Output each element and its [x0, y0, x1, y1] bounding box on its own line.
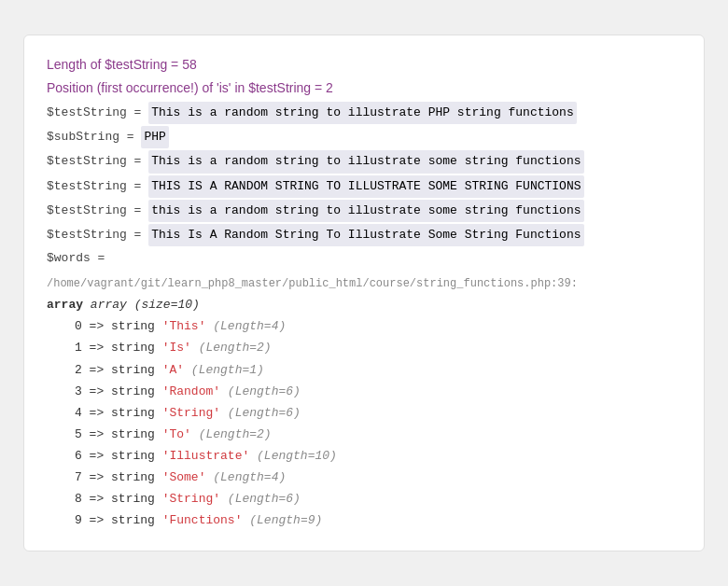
array-value: 'A': [162, 363, 184, 377]
array-type: string: [111, 363, 162, 377]
length-line: Length of $testString = 58: [47, 54, 681, 77]
array-length: (Length=2): [191, 341, 272, 355]
array-length: (Length=1): [184, 363, 264, 377]
array-arrow: =>: [82, 449, 111, 463]
array-value: 'String': [162, 492, 220, 506]
array-item: 9 => string 'Functions' (Length=9): [47, 510, 681, 531]
array-items-container: 0 => string 'This' (Length=4)1 => string…: [47, 316, 681, 531]
array-type: string: [111, 341, 162, 355]
var-label-1: $testString =: [47, 103, 148, 123]
array-type: string: [111, 406, 162, 420]
array-length: (Length=4): [205, 470, 286, 484]
array-type: string: [111, 449, 162, 463]
array-length: (Length=6): [220, 492, 301, 506]
array-arrow: =>: [82, 513, 111, 527]
array-arrow: =>: [82, 427, 111, 441]
array-index: 6: [75, 449, 82, 463]
array-type: string: [111, 492, 162, 506]
teststring-value-5: This Is A Random String To Illustrate So…: [148, 224, 583, 246]
teststring-line2: $testString = This is a random string to…: [47, 150, 681, 173]
array-value: 'This': [162, 319, 206, 333]
array-value: 'Functions': [162, 513, 243, 527]
array-length: (Length=2): [191, 427, 272, 441]
array-item: 1 => string 'Is' (Length=2): [47, 338, 681, 358]
array-item: 6 => string 'Illustrate' (Length=10): [47, 446, 681, 467]
array-type: string: [111, 427, 162, 441]
array-type: string: [111, 470, 162, 484]
array-size: array (size=10): [91, 298, 200, 312]
array-keyword: array: [47, 298, 83, 312]
array-type: string: [111, 513, 162, 527]
var-label-3: $testString =: [47, 176, 148, 197]
array-index: 7: [75, 470, 82, 484]
array-header: array array (size=10): [47, 295, 681, 315]
array-index: 5: [75, 427, 82, 441]
teststring-value-3: THIS IS A RANDOM STRING TO ILLUSTRATE SO…: [148, 175, 583, 198]
var-label-2: $testString =: [47, 151, 148, 172]
substring-value: PHP: [141, 126, 168, 148]
var-label-5: $testString =: [47, 225, 148, 245]
array-type: string: [111, 384, 162, 398]
array-length: (Length=9): [242, 513, 322, 527]
array-index: 9: [75, 513, 82, 527]
var-label-4: $testString =: [47, 201, 148, 221]
array-arrow: =>: [82, 384, 111, 398]
array-item: 8 => string 'String' (Length=6): [47, 489, 681, 509]
teststring-value-4: this is a random string to illustrate so…: [148, 200, 583, 222]
filepath: /home/vagrant/git/learn_php8_master/publ…: [47, 274, 681, 293]
array-value: 'Illustrate': [162, 449, 250, 463]
array-arrow: =>: [82, 406, 111, 420]
array-type: string: [111, 319, 162, 333]
position-text: Position (first occurrence!) of 'is' in …: [47, 77, 333, 100]
array-index: 4: [75, 406, 82, 420]
array-item: 2 => string 'A' (Length=1): [47, 360, 681, 381]
array-value: 'Some': [162, 470, 206, 484]
teststring-line1: $testString = This is a random string to…: [47, 102, 681, 124]
array-item: 5 => string 'To' (Length=2): [47, 425, 681, 445]
array-arrow: =>: [82, 341, 111, 355]
array-arrow: =>: [82, 470, 111, 484]
array-length: (Length=4): [205, 319, 286, 333]
array-length: (Length=6): [220, 384, 301, 398]
array-item: 4 => string 'String' (Length=6): [47, 403, 681, 424]
array-item: 7 => string 'Some' (Length=4): [47, 467, 681, 488]
var-label-words: $words =: [47, 248, 105, 269]
substring-line: $subString = PHP: [47, 126, 681, 148]
position-line: Position (first occurrence!) of 'is' in …: [47, 77, 681, 100]
words-line: $words =: [47, 248, 681, 269]
array-index: 3: [75, 384, 82, 398]
array-index: 1: [75, 341, 82, 355]
array-arrow: =>: [82, 319, 111, 333]
array-length: (Length=10): [249, 449, 337, 463]
teststring-value-1: This is a random string to illustrate PH…: [148, 102, 576, 124]
var-label-sub: $subString =: [47, 127, 141, 147]
array-index: 0: [75, 319, 82, 333]
array-value: 'String': [162, 406, 220, 420]
array-item: 3 => string 'Random' (Length=6): [47, 382, 681, 402]
array-arrow: =>: [82, 492, 111, 506]
array-index: 8: [75, 492, 82, 506]
array-arrow: =>: [82, 363, 111, 377]
array-length: (Length=6): [220, 406, 301, 420]
array-value: 'To': [162, 427, 191, 441]
array-value: 'Random': [162, 384, 220, 398]
teststring-line3: $testString = THIS IS A RANDOM STRING TO…: [47, 175, 681, 198]
array-item: 0 => string 'This' (Length=4): [47, 316, 681, 337]
output-card: Length of $testString = 58 Position (fir…: [23, 35, 705, 552]
teststring-line4: $testString = this is a random string to…: [47, 200, 681, 222]
teststring-value-2: This is a random string to illustrate so…: [148, 150, 583, 173]
length-text: Length of $testString = 58: [47, 54, 197, 77]
array-value: 'Is': [162, 341, 191, 355]
teststring-line5: $testString = This Is A Random String To…: [47, 224, 681, 246]
array-index: 2: [75, 363, 82, 377]
